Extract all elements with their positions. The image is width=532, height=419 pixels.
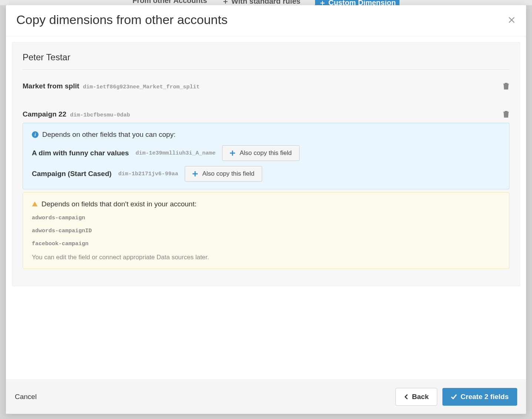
alert-note: You can edit the field or connect approp… — [32, 254, 500, 261]
modal-title: Copy dimensions from other accounts — [16, 13, 228, 27]
also-copy-button[interactable]: Also copy this field — [222, 145, 300, 161]
depends-on-missing-alert: Depends on fields that don't exist in yo… — [23, 192, 509, 269]
missing-field: adwords-campaign — [32, 215, 500, 221]
create-fields-button[interactable]: Create 2 fields — [442, 388, 517, 406]
modal-footer: Cancel Back Create 2 fields — [6, 379, 526, 414]
check-icon — [451, 394, 457, 399]
cancel-button[interactable]: Cancel — [15, 393, 37, 401]
plus-icon — [193, 171, 198, 176]
also-copy-label: Also copy this field — [202, 170, 254, 178]
backdrop-tab: ＋ With standard rules — [222, 0, 300, 5]
depends-on-copyable-alert: i Depends on other fields that you can c… — [23, 123, 509, 189]
dimension-row: Market from split dim-1etf86g923nee_Mark… — [23, 82, 509, 90]
alert-header: Depends on fields that don't exist in yo… — [32, 200, 500, 208]
dimension-label: Market from split dim-1etf86g923nee_Mark… — [23, 82, 200, 90]
content-panel: Peter Testar Market from split dim-1etf8… — [12, 42, 520, 286]
trash-icon[interactable] — [503, 82, 509, 90]
dependency-row: A dim with funny char values dim-1e39mml… — [32, 145, 500, 161]
create-label: Create 2 fields — [461, 393, 509, 401]
trash-icon[interactable] — [503, 111, 509, 118]
also-copy-label: Also copy this field — [240, 149, 292, 157]
plus-icon — [230, 151, 235, 156]
dimension-name: Market from split — [23, 82, 79, 90]
backdrop-tab-active: ＋ Custom Dimension — [315, 0, 399, 5]
dependency-id: dim-1e39mmlliuh3i_A_name — [135, 150, 215, 156]
copy-dimensions-modal: Copy dimensions from other accounts Pete… — [6, 5, 526, 414]
alert-header-text: Depends on fields that don't exist in yo… — [41, 200, 197, 208]
missing-field: facebook-campaign — [32, 241, 500, 247]
dependency-id: dim-1b2171jv6-99aa — [118, 171, 178, 177]
backdrop-tabs: From other Accounts ＋ With standard rule… — [0, 0, 532, 5]
dimension-id: dim-1bcfbesmu-0dab — [70, 112, 130, 118]
info-icon: i — [32, 131, 39, 138]
backdrop-tab: From other Accounts — [133, 0, 207, 5]
chevron-left-icon — [404, 394, 408, 399]
user-name: Peter Testar — [23, 52, 509, 70]
also-copy-button[interactable]: Also copy this field — [185, 166, 262, 182]
dependency-name: A dim with funny char values — [32, 149, 129, 157]
warning-icon — [32, 201, 38, 207]
modal-body: Peter Testar Market from split dim-1etf8… — [6, 36, 526, 379]
dimension-id: dim-1etf86g923nee_Market_from_split — [83, 84, 200, 90]
dependency-name: Campaign (Start Cased) — [32, 170, 111, 178]
dimension-name: Campaign 22 — [23, 110, 66, 118]
back-label: Back — [412, 393, 429, 401]
missing-field: adwords-campaignID — [32, 228, 500, 234]
alert-header: i Depends on other fields that you can c… — [32, 131, 500, 139]
back-button[interactable]: Back — [395, 388, 437, 406]
modal-header: Copy dimensions from other accounts — [6, 5, 526, 36]
dependency-row: Campaign (Start Cased) dim-1b2171jv6-99a… — [32, 166, 500, 182]
dimension-label: Campaign 22 dim-1bcfbesmu-0dab — [23, 110, 130, 118]
alert-header-text: Depends on other fields that you can cop… — [42, 131, 175, 139]
footer-actions: Back Create 2 fields — [395, 388, 517, 406]
dimension-row: Campaign 22 dim-1bcfbesmu-0dab — [23, 110, 509, 118]
close-icon[interactable] — [508, 16, 516, 24]
